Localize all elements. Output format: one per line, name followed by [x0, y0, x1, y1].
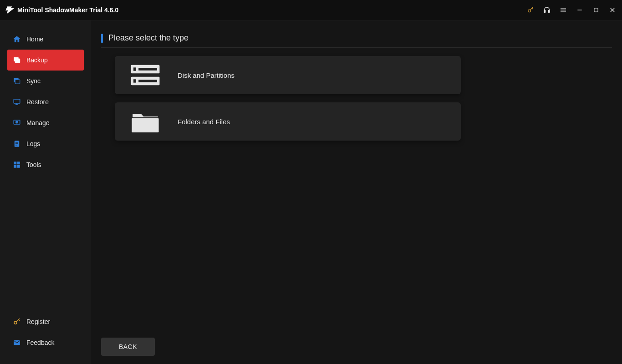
sidebar: Home Backup Sync — [0, 20, 91, 364]
option-label: Folders and Files — [178, 118, 230, 126]
svg-rect-9 — [15, 59, 20, 63]
option-label: Disk and Partitions — [178, 71, 235, 79]
sidebar-item-logs[interactable]: Logs — [7, 133, 84, 154]
sidebar-item-label: Restore — [26, 98, 49, 106]
svg-point-23 — [14, 321, 17, 324]
app-window: MiniTool ShadowMaker Trial 4.6.0 — [0, 0, 622, 364]
headset-icon[interactable] — [543, 6, 551, 14]
sidebar-bottom: Register Feedback — [0, 311, 91, 364]
restore-icon — [13, 98, 21, 106]
sidebar-item-label: Manage — [26, 119, 50, 126]
svg-point-0 — [528, 10, 530, 12]
home-icon — [13, 35, 21, 43]
svg-rect-26 — [133, 67, 136, 71]
sidebar-item-sync[interactable]: Sync — [7, 71, 84, 91]
sidebar-nav: Home Backup Sync — [0, 29, 91, 175]
svg-rect-11 — [15, 80, 20, 84]
svg-rect-16 — [15, 142, 18, 142]
back-button[interactable]: BACK — [101, 338, 155, 356]
title-left: MiniTool ShadowMaker Trial 4.6.0 — [5, 6, 118, 14]
disk-partitions-icon — [128, 61, 162, 89]
svg-rect-6 — [577, 10, 581, 10]
svg-rect-2 — [548, 10, 550, 13]
svg-rect-19 — [14, 162, 16, 164]
svg-rect-31 — [132, 118, 158, 132]
logs-icon — [13, 140, 21, 148]
svg-rect-18 — [15, 145, 17, 145]
sidebar-item-label: Feedback — [26, 339, 54, 346]
svg-rect-21 — [14, 165, 16, 168]
svg-point-14 — [16, 121, 18, 123]
sidebar-item-home[interactable]: Home — [7, 29, 84, 50]
close-icon[interactable] — [608, 6, 617, 14]
app-logo-icon — [5, 6, 14, 14]
key-icon[interactable] — [526, 6, 535, 14]
svg-rect-22 — [17, 165, 20, 168]
svg-rect-30 — [138, 80, 157, 82]
sidebar-item-label: Backup — [26, 56, 48, 64]
svg-rect-5 — [561, 11, 566, 12]
sidebar-item-label: Sync — [26, 77, 41, 85]
option-folders-and-files[interactable]: Folders and Files — [115, 102, 461, 141]
app-body: Home Backup Sync — [0, 20, 622, 364]
svg-rect-29 — [133, 79, 136, 82]
svg-rect-20 — [17, 162, 20, 164]
sidebar-item-register[interactable]: Register — [7, 311, 84, 332]
svg-rect-27 — [138, 68, 157, 71]
titlebar: MiniTool ShadowMaker Trial 4.6.0 — [0, 0, 622, 20]
page-title: Please select the type — [108, 33, 189, 43]
sidebar-item-manage[interactable]: Manage — [7, 112, 84, 133]
app-title: MiniTool ShadowMaker Trial 4.6.0 — [17, 6, 118, 14]
svg-rect-17 — [15, 143, 18, 144]
key-icon — [13, 318, 21, 326]
sidebar-item-label: Tools — [26, 161, 41, 168]
sidebar-item-tools[interactable]: Tools — [7, 154, 84, 175]
page-heading: Please select the type — [101, 33, 612, 48]
svg-rect-3 — [561, 8, 566, 8]
svg-rect-1 — [544, 10, 546, 13]
sidebar-item-label: Home — [26, 35, 43, 43]
sidebar-item-backup[interactable]: Backup — [7, 50, 84, 71]
backup-icon — [13, 56, 21, 64]
type-options: Disk and Partitions Folders and Files — [115, 56, 461, 141]
maximize-icon[interactable] — [592, 6, 600, 14]
sidebar-item-label: Logs — [26, 140, 40, 147]
minimize-icon[interactable] — [576, 6, 584, 14]
sidebar-item-feedback[interactable]: Feedback — [7, 332, 84, 353]
svg-rect-24 — [14, 340, 20, 345]
option-disk-and-partitions[interactable]: Disk and Partitions — [115, 56, 461, 94]
heading-accent-bar — [101, 34, 103, 43]
manage-icon — [13, 119, 21, 127]
sync-icon — [13, 77, 21, 85]
svg-rect-12 — [14, 99, 20, 103]
svg-rect-4 — [561, 10, 566, 10]
main-footer: BACK — [101, 338, 612, 356]
sidebar-item-label: Register — [26, 318, 50, 325]
sidebar-item-restore[interactable]: Restore — [7, 91, 84, 112]
mail-icon — [13, 339, 21, 347]
tools-icon — [13, 161, 21, 169]
svg-rect-7 — [594, 8, 598, 12]
folder-icon — [128, 108, 162, 135]
titlebar-controls — [526, 6, 617, 14]
menu-icon[interactable] — [559, 6, 567, 14]
main-panel: Please select the type Disk — [91, 20, 622, 364]
